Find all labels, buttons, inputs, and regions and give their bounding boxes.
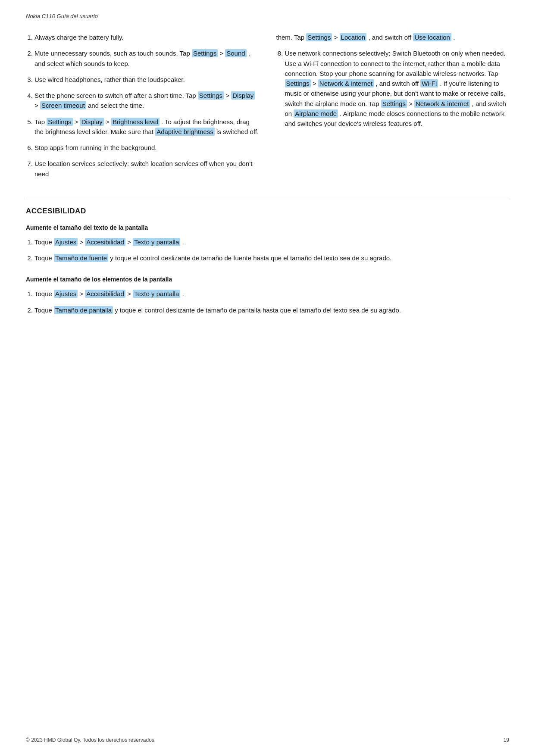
item-text-part: Use location services selectively: switc… xyxy=(34,160,252,177)
highlight-wifi: Wi-Fi xyxy=(420,79,438,87)
highlight-screen-timeout: Screen timeout xyxy=(40,101,86,109)
item-text-part: > xyxy=(75,118,80,125)
highlight-texto-pantalla-2: Texto y pantalla xyxy=(133,290,180,298)
highlight-accesibilidad-2: Accesibilidad xyxy=(85,290,125,298)
list-item: Mute unnecessary sounds, such as touch s… xyxy=(34,48,259,69)
highlight-brightness-level: Brightness level xyxy=(111,118,160,126)
item-text-part: Toque xyxy=(34,254,54,262)
item-text-part: . xyxy=(182,290,184,297)
list-item: Toque Tamaño de pantalla y toque el cont… xyxy=(34,305,509,315)
item-text-part: > xyxy=(79,290,85,297)
list-item: Tap Settings > Display > Brightness leve… xyxy=(34,117,259,137)
list-item: Toque Tamaño de fuente y toque el contro… xyxy=(34,253,509,263)
item-text-part: > xyxy=(79,238,85,246)
right-list: Use network connections selectively: Swi… xyxy=(276,48,510,128)
highlight-accesibilidad: Accesibilidad xyxy=(85,238,125,246)
item-text-part: . xyxy=(182,238,184,246)
item-text: Stop apps from running in the background… xyxy=(34,144,157,151)
highlight-settings: Settings xyxy=(306,33,332,41)
item-text-part: and select the time. xyxy=(88,102,144,109)
highlight-network-internet: Network & internet xyxy=(318,79,374,87)
item-text-part: > xyxy=(409,100,414,107)
subsection-title-2: Aumente el tamaño de los elementos de la… xyxy=(26,276,509,283)
item-text-part: Use network connections selectively: Swi… xyxy=(285,50,506,77)
list-item: Toque Ajustes > Accesibilidad > Texto y … xyxy=(34,289,509,299)
list-item: Toque Ajustes > Accesibilidad > Texto y … xyxy=(34,237,509,247)
item-text: Always charge the battery fully. xyxy=(34,34,123,41)
highlight-location: Location xyxy=(340,33,367,41)
highlight-tamano-pantalla: Tamaño de pantalla xyxy=(54,306,113,314)
item-text-part: y toque el control deslizante de tamaño … xyxy=(115,306,401,314)
item-text-part: them. Tap xyxy=(276,34,307,41)
subsection-list-2: Toque Ajustes > Accesibilidad > Texto y … xyxy=(26,289,509,315)
subsection-text-size: Aumente el tamaño del texto de la pantal… xyxy=(26,224,509,263)
highlight-sound: Sound xyxy=(225,49,246,57)
highlight-settings: Settings xyxy=(285,79,311,87)
item-text-part: Toque xyxy=(34,290,54,297)
item7-continuation: them. Tap Settings > Location , and swit… xyxy=(276,32,510,42)
section-title: ACCESIBILIDAD xyxy=(26,207,509,216)
item-text-part: Toque xyxy=(34,306,54,314)
list-item: Stop apps from running in the background… xyxy=(34,143,259,153)
copyright-text: © 2023 HMD Global Oy. Todos los derechos… xyxy=(26,737,156,743)
item-text-part: > xyxy=(313,80,318,87)
page-container: Nokia C110 Guía del usuario Always charg… xyxy=(0,0,535,354)
item-text-part: Tap xyxy=(34,118,47,125)
item-text-part: Toque xyxy=(34,238,54,246)
subsection-list: Toque Ajustes > Accesibilidad > Texto y … xyxy=(26,237,509,263)
highlight-settings-2: Settings xyxy=(381,100,407,108)
page-footer: © 2023 HMD Global Oy. Todos los derechos… xyxy=(26,737,509,743)
list-item: Use location services selectively: switc… xyxy=(34,159,259,179)
highlight-tamano-fuente: Tamaño de fuente xyxy=(54,254,108,262)
list-item: Always charge the battery fully. xyxy=(34,32,259,42)
subsection-element-size: Aumente el tamaño de los elementos de la… xyxy=(26,276,509,315)
highlight-settings: Settings xyxy=(192,49,218,57)
item-text-part: . xyxy=(453,34,455,41)
item-text-part: > xyxy=(34,102,40,109)
list-item: Set the phone screen to switch off after… xyxy=(34,91,259,111)
highlight-use-location: Use location xyxy=(413,33,451,41)
item-text-part: > xyxy=(219,50,225,57)
left-column: Always charge the battery fully. Mute un… xyxy=(26,32,259,185)
item-text-part: , and switch off xyxy=(368,34,413,41)
item-text-part: > xyxy=(127,238,133,246)
header-title: Nokia C110 Guía del usuario xyxy=(26,13,98,19)
left-list: Always charge the battery fully. Mute un… xyxy=(26,32,259,179)
highlight-network-internet-2: Network & internet xyxy=(414,100,470,108)
highlight-adaptive-brightness: Adaptive brightness xyxy=(155,128,215,136)
item-text-part: > xyxy=(334,34,340,41)
page-number: 19 xyxy=(504,737,509,743)
highlight-display: Display xyxy=(231,91,255,100)
item-text-part: > xyxy=(225,92,231,99)
page-header: Nokia C110 Guía del usuario xyxy=(26,13,509,19)
highlight-display: Display xyxy=(80,118,104,126)
item-text-part: > xyxy=(127,290,133,297)
list-item: Use network connections selectively: Swi… xyxy=(285,48,510,128)
highlight-airplane-mode: Airplane mode xyxy=(294,109,338,118)
item-text-part: , and switch off xyxy=(375,80,420,87)
highlight-settings: Settings xyxy=(198,91,224,100)
right-column: them. Tap Settings > Location , and swit… xyxy=(276,32,510,185)
highlight-settings: Settings xyxy=(47,118,72,126)
highlight-texto-pantalla: Texto y pantalla xyxy=(133,238,180,246)
subsection-title: Aumente el tamaño del texto de la pantal… xyxy=(26,224,509,231)
item-text-part: Mute unnecessary sounds, such as touch s… xyxy=(34,50,192,57)
highlight-ajustes: Ajustes xyxy=(54,238,78,246)
item-text-part: y toque el control deslizante de tamaño … xyxy=(110,254,391,262)
item-text-part: is switched off. xyxy=(216,128,259,135)
item-text-part: > xyxy=(106,118,111,125)
item-text-part: Set the phone screen to switch off after… xyxy=(34,92,198,99)
list-item: Use wired headphones, rather than the lo… xyxy=(34,75,259,84)
section-divider xyxy=(26,198,509,198)
item-text: Use wired headphones, rather than the lo… xyxy=(34,76,185,83)
highlight-ajustes-2: Ajustes xyxy=(54,290,78,298)
accesibilidad-section: ACCESIBILIDAD Aumente el tamaño del text… xyxy=(26,207,509,315)
two-column-section: Always charge the battery fully. Mute un… xyxy=(26,32,509,185)
